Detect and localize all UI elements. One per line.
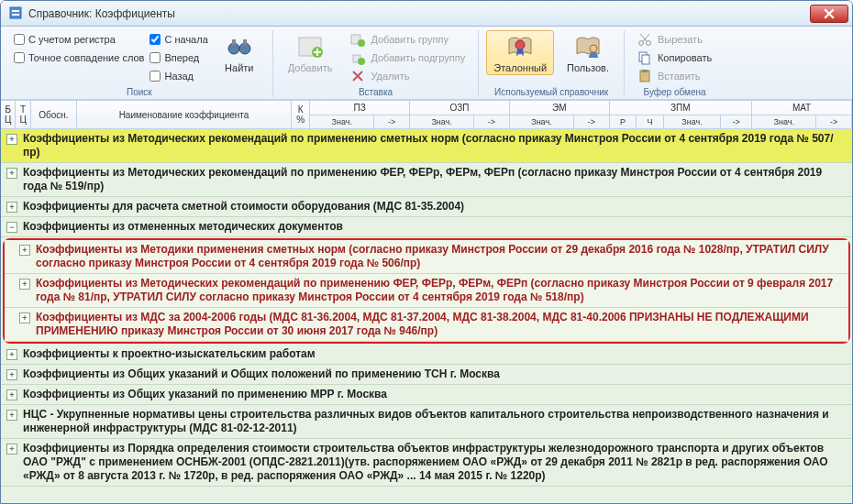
svg-point-16 (646, 41, 650, 46)
ribbon-group-used: Эталонный Пользов. Используемый справочн… (479, 30, 625, 97)
tree-row[interactable]: + Коэффициенты для расчета сметной стоим… (1, 197, 852, 217)
expand-icon[interactable]: + (6, 202, 17, 213)
tree-content[interactable]: + Коэффициенты из Методических рекоменда… (1, 129, 852, 503)
forward-checkbox[interactable]: Вперед (150, 49, 207, 67)
add-icon (295, 32, 325, 61)
col-zpm[interactable]: ЗПМ (609, 101, 751, 115)
expand-icon[interactable]: + (6, 389, 17, 400)
svg-rect-2 (12, 14, 19, 16)
ribbon-group-search: С учетом регистра Точное совпадение слов… (6, 30, 273, 97)
tree-row[interactable]: + Коэффициенты из Методических рекоменда… (1, 163, 852, 197)
highlighted-group: + Коэффициенты из Методики применения см… (3, 238, 850, 344)
col-basis[interactable]: Обосн. (30, 101, 76, 128)
add-group-button[interactable]: Добавить группу (345, 30, 471, 49)
exact-match-checkbox[interactable]: Точное совпадение слов (14, 49, 144, 67)
book-award-icon (505, 32, 535, 61)
expand-icon[interactable]: + (19, 279, 30, 290)
tree-row[interactable]: + Коэффициенты из Общих указаний и Общих… (1, 365, 852, 385)
svg-point-14 (590, 45, 597, 52)
paste-icon (637, 69, 652, 83)
group-label: Буфер обмена (632, 87, 717, 97)
cut-button[interactable]: Вырезать (632, 30, 717, 49)
col-pz[interactable]: ПЗ (310, 101, 410, 115)
window-title: Справочник: Коэффициенты (28, 7, 810, 20)
ribbon: С учетом регистра Точное совпадение слов… (1, 27, 852, 100)
col-mat[interactable]: МАТ (752, 101, 852, 115)
binoculars-icon (225, 32, 254, 61)
tree-row[interactable]: + Коэффициенты из Общих указаний по прим… (1, 385, 852, 405)
find-button[interactable]: Найти (214, 30, 265, 75)
tree-row[interactable]: + Коэффициенты к проектно-изыскательским… (1, 345, 852, 365)
book-user-icon (573, 32, 603, 61)
tree-row[interactable]: + Коэффициенты из Порядка определения ст… (1, 439, 852, 487)
expand-icon[interactable]: + (6, 369, 17, 380)
col-ozp[interactable]: ОЗП (409, 101, 509, 115)
copy-icon (637, 50, 652, 65)
svg-rect-1 (12, 10, 19, 12)
expand-icon[interactable]: + (19, 245, 30, 256)
tree-row[interactable]: − Коэффициенты из отмененных методически… (1, 217, 852, 237)
expand-icon[interactable]: + (6, 349, 17, 360)
add-subgroup-button[interactable]: Добавить подгруппу (345, 49, 471, 67)
copy-button[interactable]: Копировать (632, 49, 717, 67)
group-label: Поиск (14, 87, 265, 97)
svg-rect-5 (232, 39, 236, 45)
delete-button[interactable]: Удалить (345, 67, 471, 85)
svg-point-12 (358, 58, 365, 65)
expand-icon[interactable]: + (6, 134, 17, 145)
col-bc[interactable]: Б Ц (1, 101, 16, 128)
col-name[interactable]: Наименование коэффициента (76, 101, 291, 128)
from-start-checkbox[interactable]: С начала (150, 30, 207, 49)
close-icon (824, 8, 835, 19)
paste-button[interactable]: Вставить (632, 67, 717, 85)
backward-checkbox[interactable]: Назад (150, 67, 207, 85)
expand-icon[interactable]: + (6, 168, 17, 179)
grid-header: Б Ц Т Ц Обосн. Наименование коэффициента… (1, 100, 852, 129)
delete-icon (350, 69, 365, 83)
col-em[interactable]: ЭМ (509, 101, 609, 115)
tree-row[interactable]: + Коэффициенты из Методических рекоменда… (5, 274, 848, 308)
add-subgroup-icon (350, 50, 365, 65)
col-kpct[interactable]: К % (292, 101, 310, 128)
user-button[interactable]: Пользов. (559, 30, 616, 75)
titlebar: Справочник: Коэффициенты (1, 1, 852, 27)
group-label: Вставка (281, 87, 471, 97)
tree-row[interactable]: + НЦС - Укрупненные нормативы цены строи… (1, 405, 852, 439)
expand-icon[interactable]: + (6, 410, 17, 421)
group-label: Используемый справочник (486, 87, 616, 97)
svg-point-10 (358, 39, 365, 47)
window-close-button[interactable] (810, 5, 848, 23)
tree-row[interactable]: + Коэффициенты из Методики применения см… (5, 240, 848, 274)
tree-row[interactable]: + Коэффициенты из МДС за 2004-2006 годы … (5, 308, 848, 342)
ribbon-group-insert: Добавить Добавить группу Добавить подгру… (273, 30, 479, 97)
add-group-icon (350, 32, 365, 47)
expand-icon[interactable]: + (6, 444, 17, 455)
col-tc[interactable]: Т Ц (16, 101, 30, 128)
svg-point-15 (638, 41, 643, 46)
add-button[interactable]: Добавить (281, 30, 340, 75)
svg-rect-20 (642, 70, 648, 72)
collapse-icon[interactable]: − (6, 222, 17, 233)
expand-icon[interactable]: + (19, 312, 30, 323)
reference-button[interactable]: Эталонный (486, 30, 554, 75)
svg-point-13 (515, 40, 525, 49)
svg-rect-18 (642, 55, 649, 64)
svg-rect-0 (10, 7, 21, 18)
ribbon-group-clipboard: Вырезать Копировать Вставить Буфер обмен… (625, 30, 725, 97)
tree-row[interactable]: + Коэффициенты из Методических рекоменда… (1, 129, 852, 163)
app-icon (8, 5, 23, 22)
svg-rect-6 (243, 39, 247, 45)
with-case-checkbox[interactable]: С учетом регистра (14, 30, 144, 49)
scissors-icon (637, 32, 652, 47)
